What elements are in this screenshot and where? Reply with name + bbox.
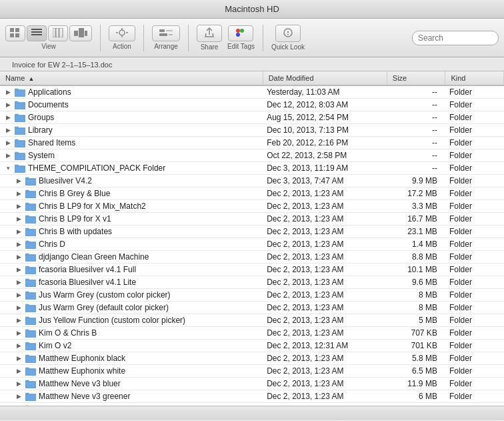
kind-column-header[interactable]: Kind [445, 71, 504, 85]
table-row[interactable]: ▾ THEME_COMPILATION_PACK Folder Dec 3, 2… [0, 162, 504, 175]
table-row[interactable]: ▶ Jus Warm Grey (custom color picker) De… [0, 289, 504, 302]
disclosure-triangle[interactable]: ▶ [15, 316, 23, 324]
disclosure-triangle[interactable]: ▶ [4, 126, 12, 134]
date-cell: Dec 2, 2013, 1:23 AM [263, 264, 387, 276]
tab-item[interactable]: Invoice for EW 2–1–15–13.doc [5, 59, 119, 71]
date-cell: Dec 2, 2013, 1:23 AM [263, 238, 387, 251]
table-row[interactable]: ▶ Chris D Dec 2, 2013, 1:23 AM 1.4 MB Fo… [0, 238, 504, 251]
table-row[interactable]: ▶ Chris B Grey & Blue Dec 2, 2013, 1:23 … [0, 187, 504, 200]
table-row[interactable]: ▶ Chris B LP9 for X Mix_Match2 Dec 2, 20… [0, 200, 504, 213]
name-cell: ▶ Documents [0, 99, 263, 111]
folder-icon [25, 228, 36, 236]
table-row[interactable]: ▶ Groups Aug 15, 2012, 2:54 PM -- Folder [0, 111, 504, 124]
size-cell: -- [387, 162, 445, 175]
folder-icon [25, 367, 36, 376]
table-row[interactable]: ▶ fcasoria Bluesilver v4.1 Full Dec 2, 2… [0, 264, 504, 276]
list-view-button[interactable] [27, 25, 47, 41]
table-row[interactable]: ▶ Matthew Neve v3 bluer Dec 2, 2013, 1:2… [0, 378, 504, 390]
file-name: Kim O v2 [39, 341, 71, 350]
kind-cell: Folder [445, 149, 504, 162]
action-label: Action [113, 43, 131, 50]
disclosure-triangle[interactable]: ▶ [15, 215, 23, 223]
share-button[interactable] [197, 25, 222, 42]
svg-rect-12 [85, 31, 87, 36]
table-row[interactable]: ▶ Matthew Neve v3 greener Dec 2, 2013, 1… [0, 390, 504, 403]
date-cell: Dec 2, 2013, 1:23 AM [263, 302, 387, 314]
disclosure-triangle[interactable]: ▶ [15, 253, 23, 261]
action-button[interactable] [109, 25, 135, 41]
table-row[interactable]: ▶ Jus Warm Grey (default color picker) D… [0, 302, 504, 314]
date-cell: Dec 2, 2013, 1:23 AM [263, 213, 387, 226]
name-cell: ▶ Chris B with updates [0, 226, 263, 238]
name-column-header[interactable]: Name ▲ [0, 71, 263, 85]
cover-flow-button[interactable] [69, 25, 92, 41]
table-row[interactable]: ▶ Kim O v2 Dec 2, 2013, 12:31 AM 701 KB … [0, 340, 504, 352]
size-cell: 11.9 MB [387, 378, 445, 390]
icon-view-button[interactable] [5, 25, 25, 41]
arrange-button[interactable] [152, 25, 180, 41]
quick-look-button[interactable] [275, 25, 301, 42]
disclosure-triangle[interactable]: ▶ [15, 278, 23, 286]
name-cell: ▶ Bluesilver V4.2 [0, 175, 263, 187]
table-row[interactable]: ▶ Jus Yellow Function (custom color pick… [0, 314, 504, 327]
table-row[interactable]: ▶ djdjango Clean Green Machine Dec 2, 20… [0, 251, 504, 264]
disclosure-triangle[interactable]: ▶ [15, 380, 23, 388]
date-cell: Dec 2, 2013, 1:23 AM [263, 187, 387, 200]
date-column-header[interactable]: Date Modified [263, 71, 387, 85]
disclosure-triangle[interactable]: ▾ [4, 164, 12, 172]
table-row[interactable]: ▶ Library Dec 10, 2013, 7:13 PM -- Folde… [0, 124, 504, 137]
kind-cell: Folder [445, 200, 504, 213]
disclosure-triangle[interactable]: ▶ [15, 240, 23, 248]
disclosure-triangle[interactable]: ▶ [15, 177, 23, 185]
disclosure-triangle[interactable]: ▶ [15, 405, 23, 406]
date-cell: Oct 22, 2013, 2:58 PM [263, 149, 387, 162]
edit-tags-button[interactable] [228, 25, 253, 41]
disclosure-triangle[interactable]: ▶ [15, 189, 23, 197]
disclosure-triangle[interactable]: ▶ [15, 354, 23, 362]
disclosure-triangle[interactable]: ▶ [4, 151, 12, 159]
table-row[interactable]: ▶ fcasoria Bluesilver v4.1 Lite Dec 2, 2… [0, 276, 504, 289]
disclosure-triangle[interactable]: ▶ [15, 342, 23, 350]
size-column-header[interactable]: Size [387, 71, 445, 85]
name-cell: ▶ Matthew Neve v3 bluer [0, 378, 263, 390]
table-row[interactable]: ▶ Chris B with updates Dec 2, 2013, 1:23… [0, 226, 504, 238]
kind-cell: Folder [445, 213, 504, 226]
disclosure-triangle[interactable]: ▶ [4, 101, 12, 109]
table-row[interactable]: ▶ Shared Items Feb 20, 2012, 2:16 PM -- … [0, 137, 504, 149]
disclosure-triangle[interactable]: ▶ [15, 266, 23, 274]
table-row[interactable]: ▶ System Oct 22, 2013, 2:58 PM -- Folder [0, 149, 504, 162]
date-cell: Dec 2, 2013, 1:23 AM [263, 200, 387, 213]
table-row[interactable]: ▶ Chris B LP9 for X v1 Dec 2, 2013, 1:23… [0, 213, 504, 226]
date-cell: Yesterday, 11:03 AM [263, 85, 387, 99]
folder-icon [25, 266, 36, 274]
search-input[interactable] [412, 31, 499, 45]
table-row[interactable]: ▶ Documents Dec 12, 2012, 8:03 AM -- Fol… [0, 99, 504, 111]
divider-1 [100, 25, 101, 51]
disclosure-triangle[interactable]: ▶ [4, 139, 12, 147]
folder-icon [25, 278, 36, 287]
folder-icon [15, 126, 25, 135]
table-row[interactable]: ▶ Kim O & Chris B Dec 2, 2013, 1:23 AM 7… [0, 327, 504, 340]
disclosure-triangle[interactable]: ▶ [15, 367, 23, 375]
table-row[interactable]: ▶ Bluesilver V4.2 Dec 3, 2013, 7:47 AM 9… [0, 175, 504, 187]
disclosure-triangle[interactable]: ▶ [15, 202, 23, 210]
divider-4 [263, 25, 263, 51]
disclosure-triangle[interactable]: ▶ [15, 291, 23, 299]
disclosure-triangle[interactable]: ▶ [15, 228, 23, 236]
file-name: Groups [28, 113, 54, 122]
folder-icon [25, 291, 36, 300]
size-cell: -- [387, 99, 445, 111]
table-row[interactable]: ▶ Matthew Euphonix white Dec 2, 2013, 1:… [0, 365, 504, 378]
table-row[interactable]: ▶ Applications Yesterday, 11:03 AM -- Fo… [0, 85, 504, 99]
disclosure-triangle[interactable]: ▶ [15, 329, 23, 337]
column-view-button[interactable] [48, 25, 68, 41]
disclosure-triangle[interactable]: ▶ [15, 392, 23, 400]
disclosure-triangle[interactable]: ▶ [15, 304, 23, 312]
disclosure-triangle[interactable]: ▶ [4, 113, 12, 121]
size-cell: 23.1 MB [387, 226, 445, 238]
table-row[interactable]: ▶ Matthew Euphonix black Dec 2, 2013, 1:… [0, 352, 504, 365]
disclosure-triangle[interactable]: ▶ [4, 88, 12, 96]
size-cell: -- [387, 149, 445, 162]
kind-cell: Folder [445, 378, 504, 390]
name-cell: ▶ fcasoria Bluesilver v4.1 Lite [0, 276, 263, 289]
